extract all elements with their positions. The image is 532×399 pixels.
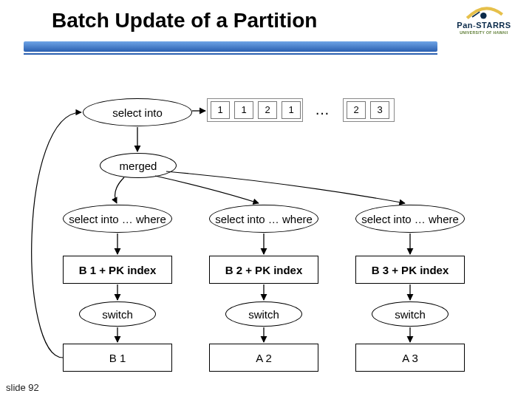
node-pk-1: B 1 + PK index bbox=[63, 256, 172, 284]
node-partition-1: B 1 bbox=[63, 344, 172, 372]
node-partition-2: A 2 bbox=[209, 344, 318, 372]
slide-number: slide 92 bbox=[6, 382, 39, 393]
panstarrs-logo: Pan-STARRS UNIVERSITY OF HAWAII bbox=[443, 3, 525, 38]
cell-2: 1 bbox=[234, 101, 253, 119]
node-merged: merged bbox=[100, 153, 177, 178]
node-switch-2: switch bbox=[225, 301, 302, 327]
node-siw-1: select into … where bbox=[63, 205, 172, 233]
title-underline-thin bbox=[24, 53, 437, 55]
svg-point-0 bbox=[480, 13, 486, 18]
node-select-into: select into bbox=[83, 98, 192, 126]
node-switch-1: switch bbox=[79, 301, 156, 327]
node-siw-3: select into … where bbox=[355, 205, 465, 233]
cell-1: 1 bbox=[211, 101, 230, 119]
cell-3: 2 bbox=[258, 101, 277, 119]
arrows-layer bbox=[0, 0, 532, 399]
logo-icon bbox=[466, 4, 504, 21]
cell-6: 3 bbox=[370, 101, 389, 119]
node-pk-2: B 2 + PK index bbox=[209, 256, 318, 284]
cell-ellipsis: … bbox=[315, 101, 330, 118]
node-siw-2: select into … where bbox=[209, 205, 318, 233]
node-partition-3: A 3 bbox=[355, 344, 465, 372]
node-pk-3: B 3 + PK index bbox=[355, 256, 465, 284]
node-switch-3: switch bbox=[372, 301, 449, 327]
title-underline bbox=[24, 41, 437, 52]
page-title: Batch Update of a Partition bbox=[52, 9, 317, 33]
cell-4: 1 bbox=[282, 101, 301, 119]
cell-5: 2 bbox=[347, 101, 366, 119]
